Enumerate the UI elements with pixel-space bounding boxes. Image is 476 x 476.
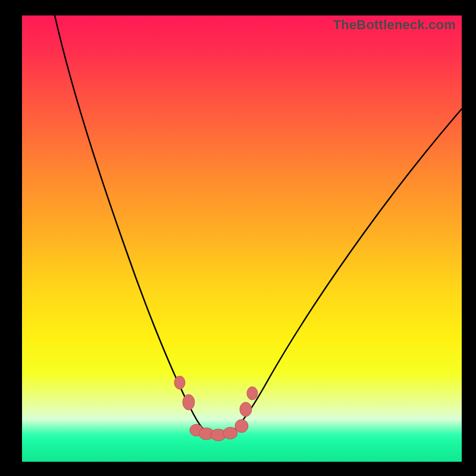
plot-area: TheBottleneck.com: [22, 15, 462, 462]
marker-left-lower: [183, 394, 195, 410]
curve-layer: [22, 15, 462, 462]
marker-floor-4: [223, 427, 237, 439]
marker-group: [174, 376, 258, 441]
bottleneck-curve: [55, 15, 462, 436]
marker-right-upper: [247, 387, 258, 400]
marker-right-lower: [235, 419, 248, 433]
marker-right-mid: [240, 402, 252, 416]
chart-frame: TheBottleneck.com: [0, 0, 476, 476]
marker-left-upper: [174, 376, 185, 389]
